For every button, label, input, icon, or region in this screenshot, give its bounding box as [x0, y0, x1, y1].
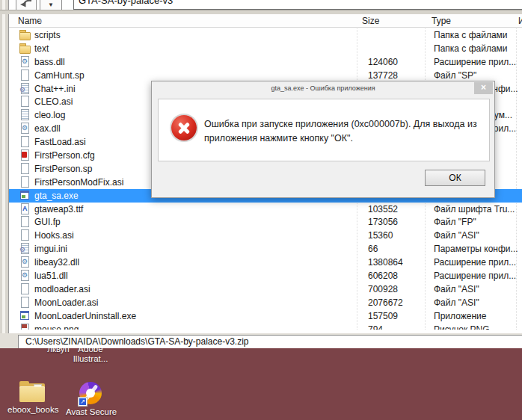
page-icon — [19, 229, 31, 241]
file-row[interactable]: gtaweap3.ttf 103552 Файл шрифта Tru... — [9, 203, 522, 216]
dll-icon — [19, 56, 31, 67]
chevron-down-icon: ▼ — [48, 1, 54, 10]
screen: лквуп Adobe Illustrat... eboox_books ↗ A… — [0, 0, 522, 420]
ini-icon — [19, 243, 31, 254]
cfg-icon — [19, 149, 31, 161]
page-icon — [19, 216, 31, 227]
address-dropdown-button[interactable]: ▼ — [40, 0, 62, 10]
column-header-modified-clipped[interactable]: И — [518, 16, 522, 26]
desktop-icon-caption: eboox_books — [7, 405, 57, 414]
dialog-message: Ошибка при запуске приложения (0xc000007… — [204, 117, 477, 146]
desktop-icon-avast-secure[interactable]: ↗ Avast Secure — [66, 382, 115, 416]
dll-icon — [19, 256, 31, 268]
folder-icon — [19, 43, 31, 54]
file-row[interactable]: libeay32.dll 1380864 Расширение прил... — [9, 256, 522, 269]
file-row[interactable]: Hooks.asi 15360 Файл "ASI" — [9, 229, 522, 242]
dialog-message-line2: приложения нажмите кнопку "ОК". — [204, 132, 477, 146]
dll-icon — [19, 123, 31, 134]
folder-icon — [19, 382, 45, 402]
file-row[interactable]: MoonLoader.asi 2076672 Файл "ASI" — [9, 296, 522, 309]
page-icon — [19, 70, 31, 81]
exe-icon — [19, 310, 31, 321]
error-red-x-icon — [171, 115, 197, 140]
page-icon — [19, 96, 31, 107]
error-dialog: gta_sa.exe - Ошибка приложения × Ошибка … — [151, 81, 495, 198]
sort-ascending-icon: ▲ — [37, 17, 43, 24]
page-icon — [19, 136, 31, 147]
column-header-row: Name ▲ Size Type И — [9, 14, 522, 28]
ini-icon — [19, 83, 31, 94]
window-left-border — [0, 0, 9, 348]
back-button[interactable] — [16, 0, 37, 10]
close-icon[interactable]: × — [474, 82, 493, 94]
page-icon — [19, 283, 31, 294]
log-icon — [19, 109, 31, 120]
curved-back-arrow-icon — [19, 0, 33, 10]
png-icon — [19, 324, 31, 330]
dll-icon — [19, 270, 31, 281]
page-icon — [19, 297, 31, 308]
folder-icon — [19, 29, 31, 40]
adobe-label-line2: Illustrat... — [66, 354, 115, 364]
file-row[interactable]: modloader.asi 700928 Файл "ASI" — [9, 282, 522, 296]
file-row[interactable]: imgui.ini 66 Параметры конфи... — [9, 242, 522, 256]
status-bar: C:\Users\ZINAIDA\Downloads\GTA-SA-by-pal… — [18, 335, 522, 348]
ttf-icon — [19, 203, 31, 214]
file-row[interactable]: text Папка с файлами — [9, 42, 522, 55]
file-row[interactable]: MoonLoaderUninstall.exe 157509 Приложени… — [9, 309, 522, 323]
page-icon — [19, 163, 31, 174]
column-header-type[interactable]: Type — [432, 16, 451, 26]
file-row[interactable]: bass.dll 124060 Расширение прил... — [9, 55, 522, 69]
toolbar: ▼ — [9, 0, 522, 10]
page-icon — [19, 176, 31, 188]
avast-browser-icon: ↗ — [79, 382, 102, 404]
file-row[interactable]: scripts Папка с файлами — [9, 28, 522, 42]
desktop-icon-caption: Avast Secure — [66, 407, 115, 416]
file-row[interactable]: GUI.fp 173056 Файл "FP" — [9, 215, 522, 229]
ok-button[interactable]: ОК — [425, 170, 485, 186]
column-header-size[interactable]: Size — [362, 16, 379, 26]
desktop-icon-eboox-books[interactable]: eboox_books — [7, 382, 57, 414]
archive-path: C:\Users\ZINAIDA\Downloads\GTA-SA-by-pal… — [25, 336, 249, 347]
address-input[interactable] — [73, 0, 522, 10]
shortcut-arrow-badge-icon: ↗ — [78, 397, 87, 407]
dialog-title: gta_sa.exe - Ошибка приложения — [152, 81, 494, 96]
exe-icon — [19, 190, 31, 201]
dialog-message-line1: Ошибка при запуске приложения (0xc000007… — [204, 117, 477, 132]
file-row[interactable]: lua51.dll 606208 Расширение прил... — [9, 269, 522, 282]
file-row[interactable]: mouse.png 794 Рисунок PNG — [9, 323, 522, 330]
file-row[interactable]: CamHunt.sp 137728 Файл "SP" — [9, 69, 522, 82]
